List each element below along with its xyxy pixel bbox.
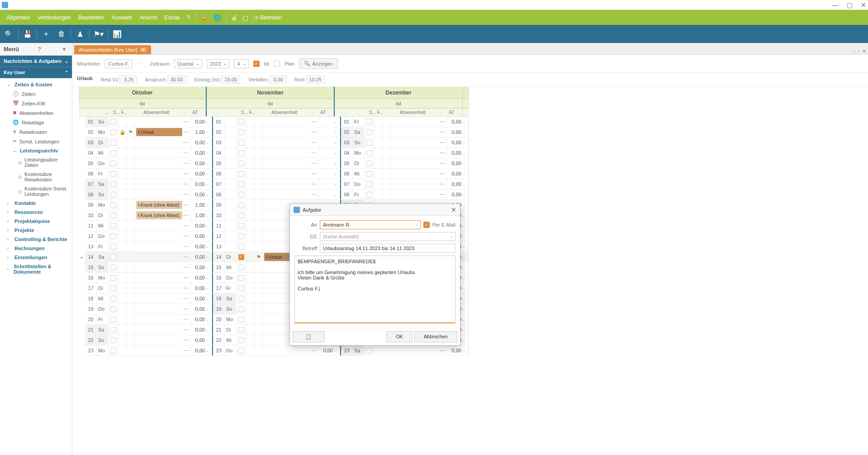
row-menu[interactable]: ⋯ bbox=[182, 191, 190, 198]
chevron-down-icon[interactable]: ⌄ bbox=[461, 192, 467, 197]
chevron-down-icon[interactable]: ⌄ bbox=[461, 213, 467, 218]
row-menu[interactable]: ⋯ bbox=[439, 150, 446, 156]
row-checkbox[interactable] bbox=[366, 171, 372, 177]
tab-close-icon[interactable]: ✕ bbox=[140, 47, 147, 52]
chevron-down-icon[interactable]: ⌄ bbox=[461, 223, 467, 228]
chevron-down-icon[interactable]: ⌄ bbox=[205, 140, 210, 145]
chevron-down-icon[interactable]: ⌄ bbox=[205, 192, 210, 197]
jahr-select[interactable]: 2023 bbox=[207, 59, 229, 68]
row-checkbox[interactable] bbox=[366, 140, 372, 146]
row-checkbox[interactable] bbox=[238, 275, 244, 281]
row-menu[interactable]: ⋯ bbox=[439, 118, 446, 125]
chevron-down-icon[interactable]: ⌄ bbox=[205, 244, 210, 249]
chevron-down-icon[interactable]: ⌄ bbox=[333, 161, 338, 166]
add-icon[interactable]: ＋ bbox=[39, 27, 53, 41]
row-checkbox[interactable] bbox=[110, 275, 116, 281]
ist-checkbox[interactable]: ✓ bbox=[253, 61, 260, 67]
row-menu[interactable]: ⋯ bbox=[439, 347, 446, 354]
menu-extras[interactable]: Extras bbox=[161, 14, 184, 21]
row-menu[interactable]: ⋯ bbox=[182, 254, 190, 260]
exit-button[interactable]: ⎋Beenden bbox=[255, 14, 282, 21]
row-menu[interactable]: ⋯ bbox=[310, 139, 318, 146]
row-checkbox[interactable] bbox=[110, 265, 116, 270]
anzeigen-button[interactable]: 🔍Anzeigen bbox=[299, 58, 338, 69]
window-minimize[interactable]: — bbox=[832, 1, 839, 9]
row-checkbox[interactable] bbox=[110, 327, 116, 333]
tab-closeall-icon[interactable]: ✕ bbox=[862, 48, 866, 54]
absence-entry[interactable]: I-Krank (ohne Attest) bbox=[136, 211, 182, 219]
row-checkbox[interactable] bbox=[238, 213, 244, 218]
nav-kostensaetze-sonst[interactable]: ◇Kostensätze Sonst. Leistungen bbox=[0, 184, 72, 199]
chevron-down-icon[interactable]: ⌄ bbox=[205, 338, 210, 342]
row-checkbox[interactable] bbox=[238, 265, 244, 270]
row-checkbox[interactable] bbox=[110, 233, 116, 239]
chevron-down-icon[interactable]: ⌄ bbox=[205, 307, 210, 311]
chevron-down-icon[interactable]: ⌄ bbox=[205, 203, 210, 207]
row-menu[interactable]: ⋯ bbox=[182, 327, 190, 333]
window-maximize[interactable]: ▢ bbox=[847, 1, 853, 9]
row-menu[interactable]: ⋯ bbox=[182, 243, 190, 250]
chevron-down-icon[interactable]: ⌄ bbox=[461, 203, 467, 207]
row-checkbox[interactable] bbox=[110, 202, 116, 208]
absence-entry[interactable]: I-Krank (ohne Attest) bbox=[136, 201, 182, 209]
nav-rechnungen[interactable]: ›Rechnungen bbox=[0, 244, 72, 253]
row-menu[interactable]: ⋯ bbox=[182, 223, 190, 229]
row-checkbox[interactable] bbox=[110, 213, 116, 218]
row-checkbox[interactable] bbox=[238, 171, 244, 177]
menu-ansicht[interactable]: Ansicht bbox=[136, 14, 161, 21]
row-menu[interactable]: ⋯ bbox=[310, 171, 318, 177]
globe-icon[interactable]: 🌐 bbox=[211, 14, 224, 21]
row-checkbox[interactable] bbox=[366, 161, 372, 166]
row-checkbox[interactable] bbox=[110, 223, 116, 229]
row-checkbox[interactable] bbox=[238, 306, 244, 312]
row-checkbox[interactable] bbox=[366, 150, 372, 156]
row-checkbox[interactable] bbox=[238, 181, 244, 187]
row-checkbox[interactable] bbox=[110, 337, 116, 343]
chevron-down-icon[interactable]: ⌄ bbox=[205, 234, 210, 238]
chevron-down-icon[interactable]: ⌄ bbox=[333, 119, 338, 124]
chevron-down-icon[interactable]: ⌄ bbox=[205, 130, 210, 134]
chevron-down-icon[interactable]: ⌄ bbox=[333, 192, 338, 197]
row-menu[interactable]: ⋯ bbox=[182, 181, 190, 187]
row-checkbox[interactable] bbox=[110, 140, 116, 146]
row-checkbox[interactable] bbox=[238, 150, 244, 156]
chevron-down-icon[interactable]: ⌄ bbox=[461, 244, 467, 249]
row-menu[interactable]: ⋯ bbox=[310, 150, 318, 156]
row-checkbox[interactable] bbox=[110, 171, 116, 177]
chevron-down-icon[interactable]: ⌄ bbox=[205, 286, 210, 290]
row-checkbox[interactable] bbox=[110, 296, 116, 302]
tab-prev-icon[interactable]: ‹ bbox=[854, 48, 855, 54]
window-close[interactable]: ✕ bbox=[861, 1, 866, 9]
row-menu[interactable]: ⋯ bbox=[310, 129, 318, 135]
row-menu[interactable]: ⋯ bbox=[439, 129, 446, 135]
chevron-down-icon[interactable]: ⌄ bbox=[461, 255, 467, 259]
row-menu[interactable]: ⋯ bbox=[310, 191, 318, 198]
row-checkbox[interactable] bbox=[238, 192, 244, 198]
chevron-down-icon[interactable]: ⌄ bbox=[333, 171, 338, 176]
row-menu[interactable]: ⋯ bbox=[310, 160, 318, 166]
tab-next-icon[interactable]: › bbox=[858, 48, 859, 54]
row-menu[interactable]: ⋯ bbox=[439, 181, 446, 187]
row-menu[interactable]: ⋯ bbox=[182, 129, 190, 135]
row-menu[interactable]: ⋯ bbox=[439, 171, 446, 177]
nav-kontakte[interactable]: ›Kontakte bbox=[0, 199, 72, 208]
chevron-down-icon[interactable]: ⌄ bbox=[461, 182, 467, 186]
row-menu[interactable]: ⋯ bbox=[310, 181, 318, 187]
chevron-down-icon[interactable]: ⌄ bbox=[205, 265, 210, 270]
chevron-down-icon[interactable]: ⌄ bbox=[205, 151, 210, 155]
per-email-checkbox[interactable]: ✓ bbox=[423, 222, 430, 228]
dialog-close-icon[interactable]: ✕ bbox=[451, 206, 456, 213]
chart-icon[interactable]: 📊 bbox=[110, 27, 124, 41]
row-checkbox[interactable] bbox=[110, 285, 116, 291]
row-checkbox[interactable] bbox=[238, 327, 244, 333]
message-textarea[interactable]: $EMPFAENGER_BRIEFANREDE$ ich bitte um Ge… bbox=[294, 256, 455, 323]
chevron-down-icon[interactable]: ⌄ bbox=[461, 275, 467, 280]
row-checkbox[interactable] bbox=[238, 140, 244, 146]
nav-abwesenheiten[interactable]: ✖Abwesenheiten bbox=[0, 108, 72, 118]
filter-icon[interactable]: ▼ bbox=[60, 46, 68, 52]
row-checkbox[interactable] bbox=[238, 223, 244, 229]
row-checkbox[interactable] bbox=[110, 244, 116, 250]
chevron-down-icon[interactable]: ⌄ bbox=[205, 223, 210, 228]
chevron-down-icon[interactable]: ⌄ bbox=[333, 130, 338, 134]
row-menu[interactable]: ⋯ bbox=[182, 160, 190, 166]
